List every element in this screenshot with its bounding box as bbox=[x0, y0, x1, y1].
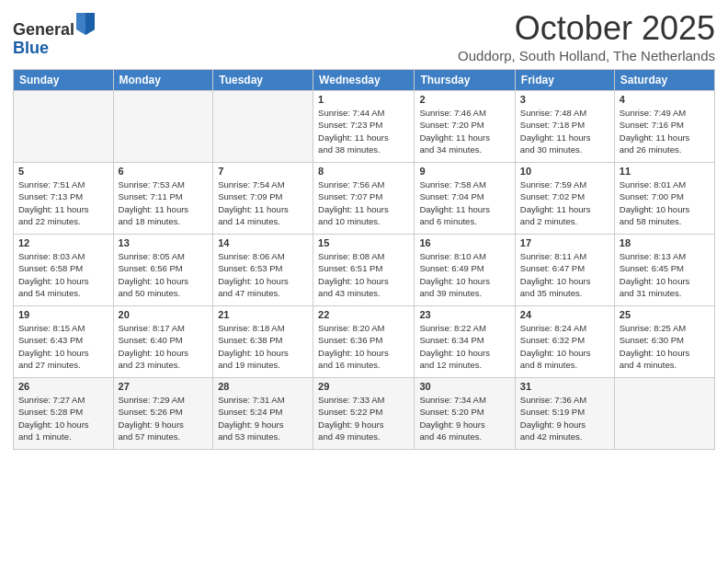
calendar-cell: 3Sunrise: 7:48 AM Sunset: 7:18 PM Daylig… bbox=[515, 91, 614, 163]
day-number: 10 bbox=[520, 166, 609, 177]
calendar-cell: 4Sunrise: 7:49 AM Sunset: 7:16 PM Daylig… bbox=[614, 91, 714, 163]
day-number: 13 bbox=[119, 237, 209, 248]
day-info: Sunrise: 8:18 AM Sunset: 6:38 PM Dayligh… bbox=[218, 322, 308, 371]
day-info: Sunrise: 8:08 AM Sunset: 6:51 PM Dayligh… bbox=[318, 250, 409, 299]
week-row-3: 12Sunrise: 8:03 AM Sunset: 6:58 PM Dayli… bbox=[14, 235, 715, 306]
day-info: Sunrise: 7:56 AM Sunset: 7:07 PM Dayligh… bbox=[318, 178, 409, 227]
calendar-table: SundayMondayTuesdayWednesdayThursdayFrid… bbox=[13, 69, 715, 450]
title-block: October 2025 Ouddorp, South Holland, The… bbox=[458, 9, 715, 63]
weekday-header-row: SundayMondayTuesdayWednesdayThursdayFrid… bbox=[14, 70, 715, 91]
day-number: 9 bbox=[419, 166, 509, 177]
weekday-header-saturday: Saturday bbox=[614, 70, 714, 91]
calendar-cell: 24Sunrise: 8:24 AM Sunset: 6:32 PM Dayli… bbox=[515, 306, 614, 378]
calendar-cell bbox=[614, 378, 714, 450]
calendar-cell: 11Sunrise: 8:01 AM Sunset: 7:00 PM Dayli… bbox=[614, 163, 714, 235]
calendar-cell: 1Sunrise: 7:44 AM Sunset: 7:23 PM Daylig… bbox=[313, 91, 415, 163]
day-number: 24 bbox=[520, 309, 609, 320]
day-number: 2 bbox=[419, 94, 509, 105]
day-info: Sunrise: 8:03 AM Sunset: 6:58 PM Dayligh… bbox=[18, 250, 108, 299]
logo-text: General bbox=[13, 13, 95, 40]
calendar-cell: 12Sunrise: 8:03 AM Sunset: 6:58 PM Dayli… bbox=[14, 235, 114, 306]
day-number: 17 bbox=[520, 237, 609, 248]
day-number: 21 bbox=[218, 309, 308, 320]
day-info: Sunrise: 8:25 AM Sunset: 6:30 PM Dayligh… bbox=[620, 322, 710, 371]
calendar-cell: 6Sunrise: 7:53 AM Sunset: 7:11 PM Daylig… bbox=[113, 163, 213, 235]
day-number: 27 bbox=[119, 381, 209, 392]
calendar-cell: 2Sunrise: 7:46 AM Sunset: 7:20 PM Daylig… bbox=[415, 91, 515, 163]
day-info: Sunrise: 7:44 AM Sunset: 7:23 PM Dayligh… bbox=[318, 107, 409, 155]
day-info: Sunrise: 7:31 AM Sunset: 5:24 PM Dayligh… bbox=[218, 394, 308, 442]
day-info: Sunrise: 8:01 AM Sunset: 7:00 PM Dayligh… bbox=[620, 178, 710, 227]
calendar-cell: 19Sunrise: 8:15 AM Sunset: 6:43 PM Dayli… bbox=[14, 306, 114, 378]
week-row-1: 1Sunrise: 7:44 AM Sunset: 7:23 PM Daylig… bbox=[14, 91, 715, 163]
day-info: Sunrise: 8:13 AM Sunset: 6:45 PM Dayligh… bbox=[620, 250, 710, 299]
day-info: Sunrise: 7:59 AM Sunset: 7:02 PM Dayligh… bbox=[520, 178, 609, 227]
day-number: 30 bbox=[419, 381, 509, 392]
day-number: 6 bbox=[119, 166, 209, 177]
day-info: Sunrise: 8:24 AM Sunset: 6:32 PM Dayligh… bbox=[520, 322, 609, 371]
calendar-cell: 16Sunrise: 8:10 AM Sunset: 6:49 PM Dayli… bbox=[415, 235, 515, 306]
day-number: 15 bbox=[318, 237, 409, 248]
day-info: Sunrise: 7:27 AM Sunset: 5:28 PM Dayligh… bbox=[18, 394, 108, 442]
day-info: Sunrise: 8:06 AM Sunset: 6:53 PM Dayligh… bbox=[218, 250, 308, 299]
day-number: 3 bbox=[520, 94, 609, 105]
day-number: 19 bbox=[18, 309, 108, 320]
calendar-cell: 10Sunrise: 7:59 AM Sunset: 7:02 PM Dayli… bbox=[515, 163, 614, 235]
calendar-cell: 18Sunrise: 8:13 AM Sunset: 6:45 PM Dayli… bbox=[614, 235, 714, 306]
day-number: 28 bbox=[218, 381, 308, 392]
day-info: Sunrise: 7:33 AM Sunset: 5:22 PM Dayligh… bbox=[318, 394, 409, 442]
day-number: 25 bbox=[620, 309, 710, 320]
day-info: Sunrise: 8:05 AM Sunset: 6:56 PM Dayligh… bbox=[119, 250, 209, 299]
logo-blue: Blue bbox=[13, 39, 49, 57]
logo: General Blue bbox=[13, 13, 95, 58]
day-info: Sunrise: 8:22 AM Sunset: 6:34 PM Dayligh… bbox=[419, 322, 509, 371]
calendar-cell: 9Sunrise: 7:58 AM Sunset: 7:04 PM Daylig… bbox=[415, 163, 515, 235]
calendar-page: General Blue October 2025 Ouddorp, South… bbox=[0, 0, 728, 563]
week-row-2: 5Sunrise: 7:51 AM Sunset: 7:13 PM Daylig… bbox=[14, 163, 715, 235]
day-number: 29 bbox=[318, 381, 409, 392]
week-row-4: 19Sunrise: 8:15 AM Sunset: 6:43 PM Dayli… bbox=[14, 306, 715, 378]
day-info: Sunrise: 8:15 AM Sunset: 6:43 PM Dayligh… bbox=[18, 322, 108, 371]
day-number: 4 bbox=[620, 94, 710, 105]
day-number: 12 bbox=[18, 237, 108, 248]
calendar-cell: 21Sunrise: 8:18 AM Sunset: 6:38 PM Dayli… bbox=[213, 306, 313, 378]
day-info: Sunrise: 8:10 AM Sunset: 6:49 PM Dayligh… bbox=[419, 250, 509, 299]
day-number: 7 bbox=[218, 166, 308, 177]
day-info: Sunrise: 7:49 AM Sunset: 7:16 PM Dayligh… bbox=[620, 107, 710, 155]
calendar-cell: 30Sunrise: 7:34 AM Sunset: 5:20 PM Dayli… bbox=[415, 378, 515, 450]
calendar-cell: 26Sunrise: 7:27 AM Sunset: 5:28 PM Dayli… bbox=[14, 378, 114, 450]
calendar-cell: 22Sunrise: 8:20 AM Sunset: 6:36 PM Dayli… bbox=[313, 306, 415, 378]
day-number: 11 bbox=[620, 166, 710, 177]
calendar-cell: 8Sunrise: 7:56 AM Sunset: 7:07 PM Daylig… bbox=[313, 163, 415, 235]
weekday-header-thursday: Thursday bbox=[415, 70, 515, 91]
calendar-cell: 31Sunrise: 7:36 AM Sunset: 5:19 PM Dayli… bbox=[515, 378, 614, 450]
day-info: Sunrise: 8:11 AM Sunset: 6:47 PM Dayligh… bbox=[520, 250, 609, 299]
day-info: Sunrise: 7:46 AM Sunset: 7:20 PM Dayligh… bbox=[419, 107, 509, 155]
day-info: Sunrise: 7:58 AM Sunset: 7:04 PM Dayligh… bbox=[419, 178, 509, 227]
calendar-cell: 29Sunrise: 7:33 AM Sunset: 5:22 PM Dayli… bbox=[313, 378, 415, 450]
calendar-cell: 13Sunrise: 8:05 AM Sunset: 6:56 PM Dayli… bbox=[113, 235, 213, 306]
day-info: Sunrise: 7:51 AM Sunset: 7:13 PM Dayligh… bbox=[18, 178, 108, 227]
calendar-cell bbox=[14, 91, 114, 163]
day-info: Sunrise: 7:48 AM Sunset: 7:18 PM Dayligh… bbox=[520, 107, 609, 155]
day-number: 22 bbox=[318, 309, 409, 320]
day-number: 1 bbox=[318, 94, 409, 105]
month-title: October 2025 bbox=[458, 9, 715, 48]
day-info: Sunrise: 7:53 AM Sunset: 7:11 PM Dayligh… bbox=[119, 178, 209, 227]
logo-blue-text: Blue bbox=[13, 40, 95, 58]
calendar-cell: 25Sunrise: 8:25 AM Sunset: 6:30 PM Dayli… bbox=[614, 306, 714, 378]
calendar-cell: 14Sunrise: 8:06 AM Sunset: 6:53 PM Dayli… bbox=[213, 235, 313, 306]
day-number: 20 bbox=[119, 309, 209, 320]
calendar-cell: 20Sunrise: 8:17 AM Sunset: 6:40 PM Dayli… bbox=[113, 306, 213, 378]
day-info: Sunrise: 8:17 AM Sunset: 6:40 PM Dayligh… bbox=[119, 322, 209, 371]
day-info: Sunrise: 7:36 AM Sunset: 5:19 PM Dayligh… bbox=[520, 394, 609, 442]
weekday-header-friday: Friday bbox=[515, 70, 614, 91]
calendar-cell bbox=[113, 91, 213, 163]
svg-marker-1 bbox=[85, 13, 95, 35]
calendar-cell: 28Sunrise: 7:31 AM Sunset: 5:24 PM Dayli… bbox=[213, 378, 313, 450]
weekday-header-monday: Monday bbox=[113, 70, 213, 91]
day-number: 31 bbox=[520, 381, 609, 392]
calendar-cell: 23Sunrise: 8:22 AM Sunset: 6:34 PM Dayli… bbox=[415, 306, 515, 378]
day-number: 18 bbox=[620, 237, 710, 248]
day-info: Sunrise: 7:34 AM Sunset: 5:20 PM Dayligh… bbox=[419, 394, 509, 442]
